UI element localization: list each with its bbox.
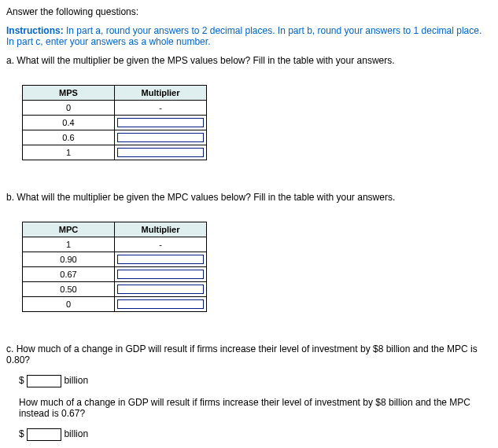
- table-row: 0.6: [23, 130, 207, 145]
- table-row: 1 -: [23, 237, 207, 252]
- answer-line-1: $ billion: [19, 375, 492, 387]
- multiplier-input[interactable]: [117, 299, 203, 309]
- table-row: 0.50: [23, 282, 207, 297]
- mpc-value: 0: [23, 297, 115, 312]
- part-a-prompt: a. What will the multiplier be given the…: [6, 55, 492, 66]
- currency-symbol: $: [19, 428, 24, 439]
- table-row: 0 -: [23, 101, 207, 116]
- multiplier-input[interactable]: [117, 270, 203, 279]
- part-b-table: MPC Multiplier 1 - 0.90 0.67 0.50 0: [22, 222, 207, 312]
- part-b-prompt: b. What will the multiplier be given the…: [6, 192, 492, 203]
- unit-label: billion: [64, 428, 88, 439]
- unit-label: billion: [64, 375, 88, 386]
- multiplier-input[interactable]: [117, 148, 203, 157]
- gdp-change-input-2[interactable]: [27, 428, 61, 441]
- part-c-q1: c. How much of a change in GDP will resu…: [6, 343, 492, 365]
- multiplier-input[interactable]: [117, 285, 203, 294]
- instructions-text: In part a, round your answers to 2 decim…: [6, 25, 481, 47]
- instructions-label: Instructions:: [6, 25, 64, 36]
- mps-header: MPS: [23, 86, 115, 101]
- answer-line-2: $ billion: [19, 428, 492, 441]
- multiplier-input[interactable]: [117, 133, 203, 142]
- table-header-row: MPS Multiplier: [23, 86, 207, 101]
- mps-value: 0.6: [23, 130, 115, 145]
- mps-value: 0.4: [23, 116, 115, 130]
- multiplier-input[interactable]: [117, 118, 203, 127]
- part-c-q2: How much of a change in GDP will result …: [19, 397, 492, 419]
- multiplier-value: -: [115, 101, 207, 116]
- table-row: 0: [23, 297, 207, 312]
- table-row: 1: [23, 145, 207, 160]
- multiplier-header: Multiplier: [115, 86, 207, 101]
- part-a-table: MPS Multiplier 0 - 0.4 0.6 1: [22, 85, 207, 160]
- table-row: 0.67: [23, 267, 207, 282]
- page-title: Answer the following questions:: [6, 6, 492, 17]
- multiplier-input[interactable]: [117, 255, 203, 264]
- table-row: 0.4: [23, 116, 207, 130]
- mpc-header: MPC: [23, 222, 115, 237]
- mpc-value: 1: [23, 237, 115, 252]
- table-row: 0.90: [23, 252, 207, 267]
- multiplier-value: -: [115, 237, 207, 252]
- multiplier-header: Multiplier: [115, 222, 207, 237]
- mpc-value: 0.67: [23, 267, 115, 282]
- mps-value: 0: [23, 101, 115, 116]
- mpc-value: 0.90: [23, 252, 115, 267]
- mpc-value: 0.50: [23, 282, 115, 297]
- gdp-change-input-1[interactable]: [27, 375, 61, 387]
- currency-symbol: $: [19, 375, 24, 386]
- instructions: Instructions: In part a, round your answ…: [6, 25, 492, 47]
- mps-value: 1: [23, 145, 115, 160]
- table-header-row: MPC Multiplier: [23, 222, 207, 237]
